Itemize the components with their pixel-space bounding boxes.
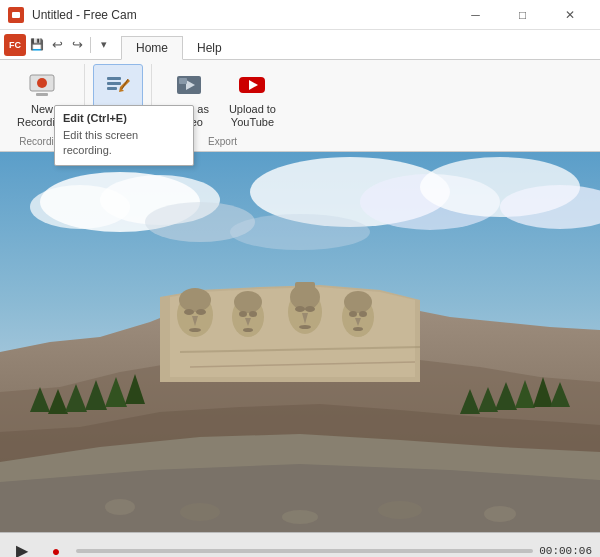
progress-bar[interactable] [76,549,533,553]
svg-point-69 [105,499,135,515]
svg-point-43 [179,288,211,312]
svg-rect-10 [179,78,187,84]
window-title: Untitled - Free Cam [32,8,137,22]
quick-access-toolbar: FC 💾 ↩ ↪ ▾ [0,30,117,59]
svg-point-50 [239,311,247,317]
svg-point-44 [184,309,194,315]
svg-point-64 [359,311,367,317]
undo-icon: ↩ [52,37,63,52]
svg-point-1 [37,78,47,88]
video-controls-bar: ▶ ● 00:00:06 [0,532,600,557]
maximize-button[interactable]: □ [500,5,545,25]
tab-home[interactable]: Home [121,36,183,60]
title-bar: Untitled - Free Cam ─ □ ✕ [0,0,600,30]
svg-point-60 [299,325,311,329]
svg-point-51 [249,311,257,317]
svg-point-47 [189,328,201,332]
svg-point-49 [234,291,262,313]
svg-rect-4 [107,82,121,85]
app-menu-button[interactable]: FC [4,34,26,56]
svg-point-62 [344,291,372,313]
title-bar-controls: ─ □ ✕ [453,5,592,25]
redo-quick-button[interactable]: ↪ [68,36,86,54]
tooltip-title: Edit (Ctrl+E) [63,112,185,124]
svg-point-58 [305,306,315,312]
upload-youtube-button[interactable]: Upload toYouTube [220,64,285,134]
qa-separator [90,37,91,53]
svg-rect-5 [107,87,117,90]
title-bar-left: Untitled - Free Cam [8,7,137,23]
tooltip-popup: Edit (Ctrl+E) Edit this screen recording… [54,105,194,166]
svg-point-72 [378,501,422,519]
svg-point-63 [349,311,357,317]
tab-help[interactable]: Help [183,36,236,59]
app-menu-icon: FC [9,40,21,50]
redo-icon: ↪ [72,37,83,52]
svg-point-22 [230,214,370,250]
svg-point-70 [180,503,220,521]
svg-point-45 [196,309,206,315]
svg-point-73 [484,506,516,522]
export-group-label: Export [208,136,237,147]
app-icon [8,7,24,23]
qa-dropdown-button[interactable]: ▾ [95,36,113,54]
svg-point-71 [282,510,318,524]
minimize-button[interactable]: ─ [453,5,498,25]
close-button[interactable]: ✕ [547,5,592,25]
new-recording-icon [26,69,58,101]
svg-rect-2 [36,93,48,96]
save-icon: 💾 [30,38,44,51]
record-indicator-button[interactable]: ● [42,537,70,557]
video-area [0,152,600,532]
play-icon: ▶ [16,541,28,557]
save-as-video-icon [173,69,205,101]
tooltip-description: Edit this screen recording. [63,128,185,159]
play-button[interactable]: ▶ [8,537,36,557]
ribbon-tab-bar: Home Help [117,30,600,59]
video-content [0,152,600,532]
upload-youtube-label: Upload toYouTube [229,103,276,129]
svg-point-57 [295,306,305,312]
edit-icon [102,69,134,101]
svg-point-53 [243,328,253,332]
undo-quick-button[interactable]: ↩ [48,36,66,54]
qa-dropdown-icon: ▾ [101,38,107,51]
svg-line-7 [122,79,128,89]
svg-rect-3 [107,77,121,80]
upload-youtube-icon [236,69,268,101]
record-icon: ● [52,543,60,557]
save-quick-button[interactable]: 💾 [28,36,46,54]
svg-point-66 [353,327,363,331]
svg-rect-56 [295,282,315,296]
time-display: 00:00:06 [539,545,592,557]
